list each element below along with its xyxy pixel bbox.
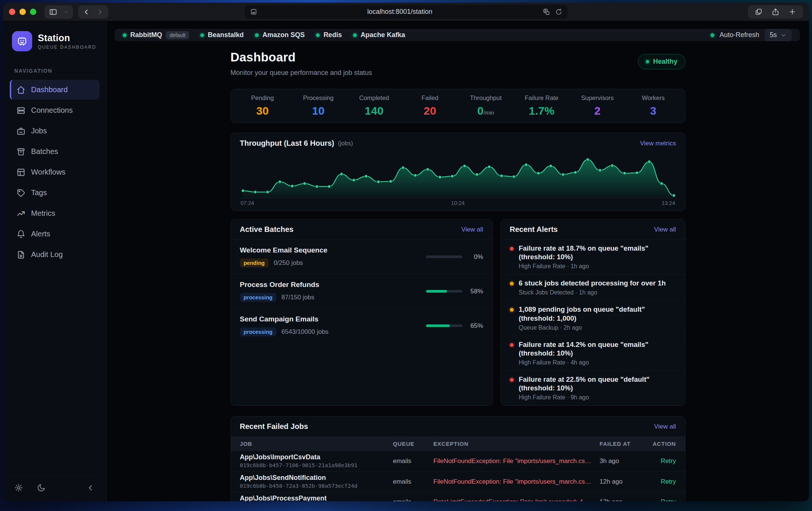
failed-job-row[interactable]: App\Jobs\ImportCsvData 019c6b8b-b457-710… [231,451,685,471]
x-tick-start: 07:24 [241,200,254,206]
connection-default-badge: default [166,31,189,39]
page-header: Dashboard Monitor your queue performance… [231,50,685,77]
page-settings-icon[interactable] [250,8,257,15]
chevron-down-icon[interactable] [63,9,69,15]
browser-sidebar-icon[interactable] [49,8,57,16]
main-content: RabbitMQ default Beanstalkd Amazon SQS R… [107,21,809,501]
x-tick-end: 13:24 [662,200,675,206]
stat-label: Processing [291,94,346,102]
batch-name: Process Order Refunds [240,281,319,289]
retry-button[interactable]: Retry [648,478,676,486]
failed-jobs-rows: App\Jobs\ImportCsvData 019c6b8b-b457-710… [231,451,685,501]
address-bar[interactable]: localhost:8001/station [245,5,568,19]
failed-job-row[interactable]: App\Jobs\ProcessPayment 019c6b8b-b457-71… [231,492,685,501]
sidebar-item-audit-log[interactable]: Audit Log [10,245,100,264]
batch-row[interactable]: Process Order Refunds processing 87/150 … [231,274,492,309]
toolbar-right-group [748,5,803,19]
batch-status-badge: processing [240,293,276,302]
auto-refresh-label: Auto-Refresh [720,31,759,39]
sidebar-item-tags[interactable]: Tags [10,183,100,203]
throughput-area-chart [240,150,677,198]
briefcase-icon [16,127,25,136]
window-controls [9,9,36,15]
sidebar-item-connections[interactable]: Connections [10,100,100,120]
retry-button[interactable]: Retry [648,457,676,465]
batch-list: Welcome Email Sequence pending 0/250 job… [231,240,492,343]
alert-severity-dot [510,282,514,285]
zoom-window-button[interactable] [30,9,36,15]
connection-status-dot [123,33,127,37]
auto-refresh-group: Auto-Refresh 5s [711,29,792,41]
alert-row[interactable]: Failure rate at 22.5% on queue "default"… [501,371,685,405]
sidebar-item-jobs[interactable]: Jobs [10,121,100,141]
home-icon [16,85,25,94]
batch-row[interactable]: Welcome Email Sequence pending 0/250 job… [231,240,492,274]
health-status-badge: Healthy [638,54,685,69]
batch-row[interactable]: Send Campaign Emails processing 6543/100… [231,309,492,343]
batch-jobs-count: 0/250 jobs [274,259,303,267]
alert-row[interactable]: 1,089 pending jobs on queue "default" (t… [501,301,685,336]
auto-refresh-status-dot [711,33,714,37]
sidebar-item-label: Workflows [31,168,66,176]
sidebar-item-alerts[interactable]: Alerts [10,224,100,244]
chart-title: Throughput (Last 6 Hours) [240,139,334,148]
alert-message: 1,089 pending jobs on queue "default" (t… [519,305,676,322]
batch-progress: 58% [426,288,483,295]
moon-icon[interactable] [37,483,46,492]
stat-item: Completed 140 [346,94,402,117]
nav-list: Dashboard Connections Jobs Batches Workf… [10,80,100,265]
sidebar-item-metrics[interactable]: Metrics [10,203,100,223]
gear-icon[interactable] [14,483,23,492]
sidebar-item-label: Jobs [31,127,47,135]
job-queue: emails [393,457,434,465]
recent-failed-jobs-card: Recent Failed Jobs View all JOB QUEUE EX… [231,416,685,501]
stat-item: Workers 3 [625,94,681,117]
trending-icon [16,209,25,218]
col-action: ACTION [648,441,676,447]
job-queue: emails [393,498,434,501]
url-text[interactable]: localhost:8001/station [257,8,543,16]
sidebar-item-label: Connections [31,106,73,115]
alert-row[interactable]: Failure rate at 18.7% on queue "emails" … [501,240,685,275]
back-button[interactable] [83,8,90,16]
reload-icon[interactable] [555,8,562,15]
connection-item[interactable]: Redis [316,31,342,39]
refresh-interval-value: 5s [770,31,777,39]
connection-item[interactable]: Apache Kafka [353,31,405,39]
stat-label: Supervisors [569,94,625,102]
connection-item[interactable]: Amazon SQS [255,31,305,39]
failed-job-row[interactable]: App\Jobs\SendNotification 019c6b8b-b458-… [231,471,685,492]
view-metrics-link[interactable]: View metrics [640,140,676,147]
connection-item[interactable]: Beanstalkd [200,31,244,39]
forward-button[interactable] [96,8,104,16]
refresh-interval-select[interactable]: 5s [764,29,792,41]
app-name: Station [38,33,97,43]
health-dot [646,60,649,63]
alert-message: Failure rate at 22.5% on queue "default"… [519,375,676,392]
sidebar-item-workflows[interactable]: Workflows [10,162,100,182]
batch-name: Send Campaign Emails [240,315,329,323]
new-tab-icon[interactable] [788,8,796,16]
sidebar-item-batches[interactable]: Batches [10,142,100,161]
batches-view-all-link[interactable]: View all [461,226,483,233]
minimize-window-button[interactable] [19,9,26,15]
collapse-sidebar-icon[interactable] [86,483,95,492]
failed-jobs-view-all-link[interactable]: View all [654,423,676,430]
alert-row[interactable]: 6 stuck jobs detected processing for ove… [501,275,685,301]
connection-status-dot [353,33,357,37]
connection-item[interactable]: RabbitMQ default [123,31,189,39]
stat-label: Completed [346,94,402,102]
alert-row[interactable]: Failure rate at 14.2% on queue "emails" … [501,336,685,371]
share-icon[interactable] [772,8,779,16]
browser-window: localhost:8001/station [3,3,809,501]
alerts-view-all-link[interactable]: View all [654,226,676,233]
tab-overview-icon[interactable] [755,8,763,16]
page-title: Dashboard [231,50,372,64]
sidebar-item-dashboard[interactable]: Dashboard [10,80,100,100]
job-uuid: 019c6b8b-b457-7106-9015-21a1a98e3b91 [240,463,393,469]
retry-button[interactable]: Retry [648,498,676,501]
close-window-button[interactable] [9,9,15,15]
translate-icon[interactable] [543,8,550,15]
alert-severity-dot [510,378,514,382]
chart-unit-label: (jobs) [338,140,353,147]
